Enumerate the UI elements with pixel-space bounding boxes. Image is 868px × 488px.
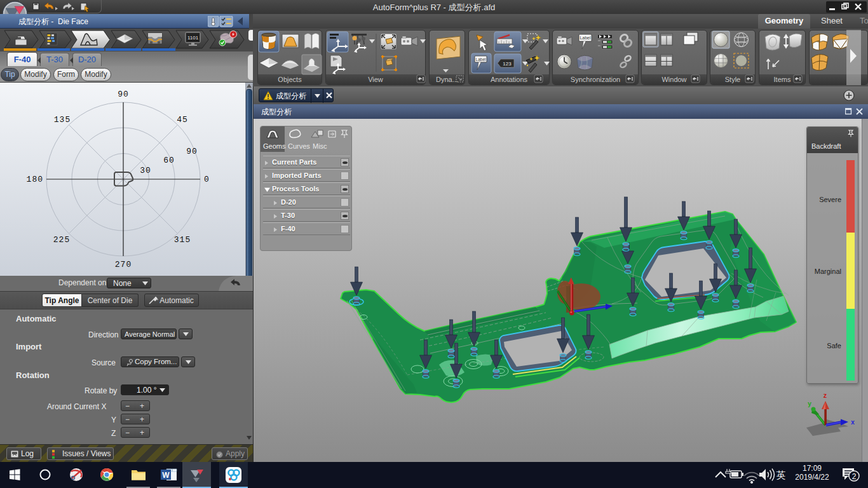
svg-text:Label: Label (580, 36, 591, 40)
svg-text:30: 30 (140, 166, 151, 175)
svg-text:x: x (851, 419, 855, 426)
svg-text:Curves: Curves (288, 142, 310, 150)
svg-text:135: 135 (54, 115, 71, 125)
svg-text:180: 180 (27, 175, 43, 184)
svg-text:Misc: Misc (313, 142, 327, 150)
svg-text:315: 315 (174, 235, 191, 245)
svg-text:Label: Label (476, 57, 486, 62)
svg-text:2: 2 (852, 472, 857, 481)
svg-text:z: z (824, 393, 827, 400)
svg-text:y: y (808, 401, 811, 408)
svg-text:270: 270 (115, 260, 132, 269)
svg-text:Geoms: Geoms (263, 142, 286, 150)
svg-text:0: 0 (204, 175, 210, 184)
svg-text:123: 123 (503, 61, 512, 67)
svg-text:90: 90 (118, 90, 129, 99)
svg-text:W: W (162, 471, 170, 480)
svg-text:225: 225 (53, 235, 70, 245)
svg-text:1101: 1101 (187, 35, 199, 41)
svg-text:90: 90 (186, 147, 198, 156)
svg-text:45: 45 (177, 115, 188, 125)
svg-text:英: 英 (776, 470, 786, 480)
svg-text:60: 60 (163, 156, 175, 165)
